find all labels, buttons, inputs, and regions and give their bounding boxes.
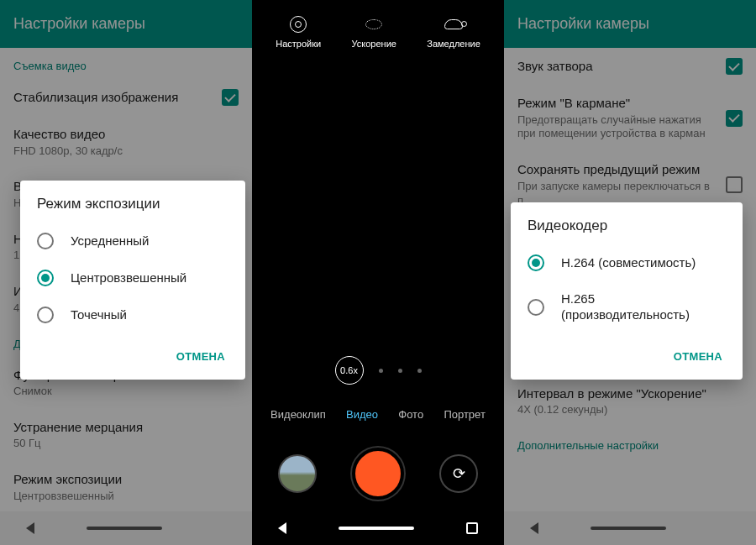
nav-bar (252, 511, 504, 545)
gear-icon (290, 16, 307, 33)
radio-icon (528, 254, 544, 271)
radio-icon (37, 233, 54, 249)
recent-icon[interactable] (466, 522, 478, 534)
radio-label: Усредненный (71, 233, 150, 249)
radio-option-h264[interactable]: H.264 (совместимость) (511, 244, 743, 281)
mode-video[interactable]: Видео (343, 403, 381, 426)
cancel-button[interactable]: ОТМЕНА (168, 343, 234, 369)
zoom-dot-icon[interactable] (417, 369, 422, 373)
viewfinder-area[interactable] (252, 55, 504, 344)
shutter-row (252, 432, 504, 511)
encoder-dialog: Видеокодер H.264 (совместимость) H.265 (… (511, 202, 743, 380)
timelapse-icon (365, 19, 382, 29)
radio-icon (37, 307, 54, 323)
back-icon[interactable] (278, 522, 286, 534)
dialog-title: Режим экспозиции (20, 181, 245, 219)
radio-icon (528, 299, 544, 316)
radio-option-spot[interactable]: Точечный (20, 296, 245, 333)
camera-speed-button[interactable]: Ускорение (352, 15, 396, 49)
mode-selector[interactable]: Видеоклип Видео Фото Портрет (252, 396, 504, 432)
mode-portrait[interactable]: Портрет (440, 403, 488, 426)
camera-slowmo-button[interactable]: Замедление (427, 15, 480, 49)
radio-option-center-weighted[interactable]: Центровзвешенный (20, 259, 245, 296)
shutter-button[interactable] (352, 448, 404, 500)
radio-icon (37, 270, 54, 286)
radio-label: Точечный (71, 307, 127, 323)
zoom-selector: 0.6x (252, 344, 504, 396)
gallery-thumbnail[interactable] (278, 454, 317, 493)
settings-panel-left: Настройки камеры Съемка видео Стабилизац… (0, 0, 252, 545)
radio-label: H.265 (производительность) (561, 291, 726, 323)
camera-top-bar: Настройки Ускорение Замедление (252, 0, 504, 55)
radio-option-h265[interactable]: H.265 (производительность) (511, 281, 743, 333)
zoom-level-button[interactable]: 0.6x (335, 356, 364, 385)
radio-label: H.264 (совместимость) (561, 255, 696, 271)
zoom-dot-icon[interactable] (398, 369, 402, 373)
mode-photo[interactable]: Фото (395, 403, 427, 426)
exposure-dialog: Режим экспозиции Усредненный Центровзвеш… (20, 181, 245, 380)
home-icon[interactable] (339, 527, 414, 530)
turtle-icon (444, 19, 463, 29)
label: Настройки (276, 39, 321, 49)
radio-label: Центровзвешенный (71, 270, 186, 286)
dialog-title: Видеокодер (511, 202, 743, 241)
zoom-dot-icon[interactable] (379, 369, 383, 373)
label: Ускорение (352, 39, 396, 49)
cancel-button[interactable]: ОТМЕНА (665, 343, 731, 369)
mode-videoclip[interactable]: Видеоклип (267, 403, 329, 426)
switch-camera-button[interactable] (439, 454, 478, 493)
radio-option-averaged[interactable]: Усредненный (20, 223, 245, 259)
label: Замедление (427, 39, 480, 49)
settings-panel-right: Настройки камеры Звук затвора Режим "В к… (504, 0, 756, 545)
camera-viewfinder: Настройки Ускорение Замедление 0.6x Виде… (252, 0, 504, 545)
camera-settings-button[interactable]: Настройки (276, 15, 321, 49)
